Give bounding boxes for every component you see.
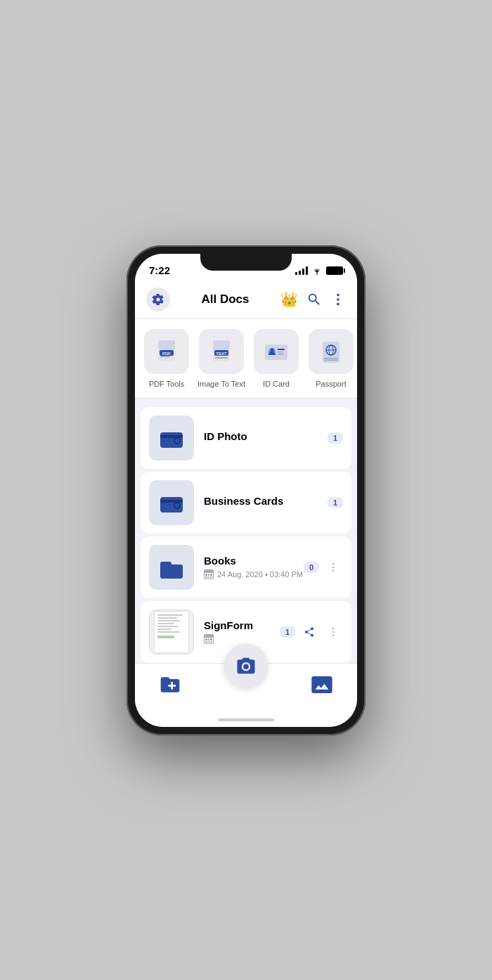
svg-point-0 — [316, 273, 318, 274]
text-icon: TEXT — [207, 337, 235, 366]
books-date: 24 Aug, 2020 • 03:40 PM — [217, 570, 303, 579]
add-folder-button[interactable] — [156, 671, 184, 699]
svg-rect-5 — [158, 340, 175, 350]
business-cards-thumb — [149, 480, 194, 525]
id-photo-name: ID Photo — [204, 430, 328, 442]
id-photo-count: 1 — [328, 432, 343, 444]
books-actions: 0 — [304, 557, 343, 577]
svg-rect-19 — [278, 352, 283, 353]
category-image-to-text[interactable]: TEXT Image To Text — [197, 329, 246, 388]
id-photo-thumb — [149, 415, 194, 460]
svg-rect-18 — [278, 349, 285, 350]
svg-rect-7 — [160, 356, 170, 357]
svg-text:PDF: PDF — [162, 352, 171, 356]
signform-thumb — [149, 610, 194, 655]
gallery-icon — [311, 673, 333, 696]
page-title: All Docs — [201, 292, 249, 307]
books-name: Books — [204, 555, 304, 567]
books-cal-icon — [204, 569, 214, 579]
signal-icon — [295, 266, 308, 275]
image-to-text-icon-box: TEXT — [199, 329, 244, 374]
svg-rect-35 — [160, 500, 183, 503]
pdf-tools-label: PDF Tools — [149, 380, 185, 388]
svg-point-48 — [332, 628, 335, 630]
more-icon[interactable] — [330, 292, 346, 307]
phone-frame: 7:22 — [127, 245, 365, 735]
category-pdf-tools[interactable]: PDF PDF Tools — [142, 329, 191, 388]
home-indicator-bar — [218, 718, 274, 721]
books-thumb — [149, 545, 194, 590]
books-info: Books 24 Aug, 2020 • 03:40 PM — [204, 555, 304, 579]
category-passport[interactable]: Passport — [306, 329, 356, 388]
search-icon[interactable] — [306, 292, 322, 307]
gear-icon — [152, 293, 164, 306]
svg-rect-26 — [324, 359, 338, 361]
svg-point-17 — [271, 348, 274, 352]
add-folder-icon — [159, 673, 181, 696]
battery-icon — [326, 266, 343, 275]
app-header: All Docs 👑 — [135, 282, 357, 319]
svg-rect-31 — [160, 435, 183, 438]
svg-rect-14 — [215, 357, 228, 359]
doc-item-id-photo[interactable]: ID Photo 1 — [141, 407, 351, 469]
svg-point-2 — [337, 298, 339, 301]
passport-label: Passport — [316, 380, 346, 388]
svg-rect-11 — [213, 340, 230, 350]
books-thumb-icon — [156, 552, 187, 583]
header-right: 👑 — [280, 291, 346, 308]
pdf-tools-icon-box: PDF — [144, 329, 189, 374]
doc-item-business-cards[interactable]: Business Cards 1 — [141, 472, 351, 534]
signform-more-button[interactable] — [323, 622, 343, 642]
home-indicator — [135, 713, 357, 727]
status-time: 7:22 — [149, 264, 170, 276]
camera-button[interactable] — [224, 644, 268, 688]
svg-point-40 — [332, 563, 335, 565]
signform-actions: 1 — [280, 622, 343, 642]
signform-count: 1 — [280, 626, 295, 638]
svg-rect-15 — [265, 344, 287, 360]
business-cards-name: Business Cards — [204, 495, 328, 507]
notch — [200, 254, 292, 271]
gallery-button[interactable] — [308, 671, 336, 699]
svg-rect-20 — [278, 354, 284, 355]
books-more-button[interactable] — [323, 557, 343, 577]
passport-icon-box — [309, 329, 354, 374]
business-cards-thumb-icon — [156, 487, 187, 518]
signform-meta — [204, 634, 280, 644]
crown-icon[interactable]: 👑 — [280, 291, 298, 308]
svg-line-47 — [308, 629, 311, 631]
id-card-label: ID Card — [263, 380, 290, 388]
svg-point-50 — [332, 634, 335, 636]
id-photo-info: ID Photo — [204, 430, 328, 445]
svg-point-3 — [337, 302, 339, 305]
svg-line-46 — [308, 633, 311, 635]
svg-rect-25 — [324, 358, 338, 359]
signform-paper — [154, 611, 189, 653]
settings-button[interactable] — [146, 288, 170, 311]
svg-point-37 — [175, 503, 179, 508]
document-list: ID Photo 1 — [135, 399, 357, 663]
header-left — [146, 288, 170, 311]
category-row: PDF PDF Tools TEXT — [135, 319, 357, 399]
business-cards-count: 1 — [328, 497, 343, 508]
svg-point-41 — [332, 566, 335, 568]
category-id-card[interactable]: ID Card — [252, 329, 301, 388]
svg-rect-39 — [160, 562, 171, 567]
svg-point-59 — [243, 664, 249, 669]
status-icons — [295, 266, 343, 275]
id-photo-actions: 1 — [328, 432, 343, 444]
doc-item-books[interactable]: Books 24 Aug, 2020 • 03:40 PM 0 — [141, 536, 351, 598]
id-photo-thumb-icon — [156, 423, 187, 453]
signform-share-button[interactable] — [299, 622, 319, 642]
signform-name: SignForm — [204, 619, 280, 631]
svg-text:TEXT: TEXT — [216, 352, 227, 356]
camera-icon — [235, 655, 257, 676]
svg-point-44 — [305, 631, 308, 633]
wifi-icon — [311, 266, 323, 275]
books-count: 0 — [304, 562, 319, 573]
svg-point-1 — [337, 293, 339, 296]
id-card-icon-box — [254, 329, 299, 374]
image-to-text-label: Image To Text — [198, 380, 245, 388]
scroll-content: PDF PDF Tools TEXT — [135, 319, 357, 663]
passport-icon — [316, 336, 347, 367]
